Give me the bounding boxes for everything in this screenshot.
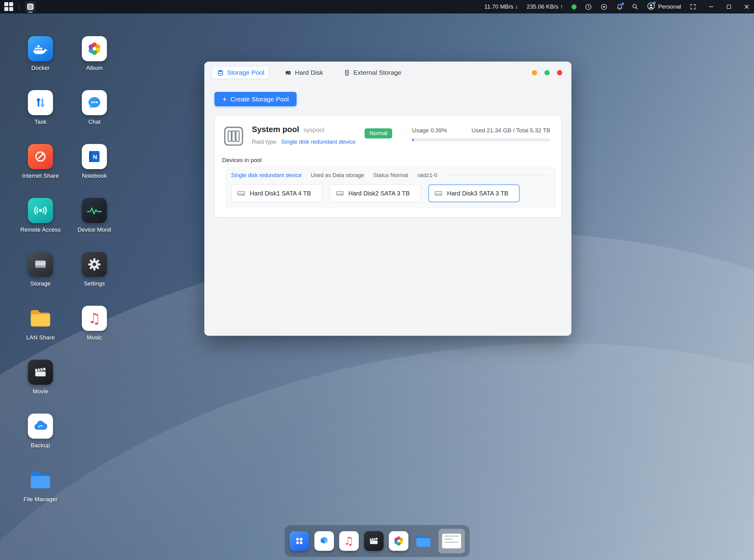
desktop-icon-label: Notebook xyxy=(82,173,106,179)
search-button[interactable] xyxy=(632,3,638,10)
desktop-icon-backup[interactable]: Backup xyxy=(14,412,67,466)
top-taskbar: | 11.70 MB/s↓ 235.06 KB/s↑ xyxy=(0,0,754,14)
vdev-raid-link[interactable]: Single disk redundant device xyxy=(231,172,301,179)
dock-movie[interactable] xyxy=(364,531,383,551)
start-grid-square xyxy=(9,2,13,6)
settings-gear-icon xyxy=(82,252,107,277)
internet-share-icon xyxy=(28,144,53,169)
shell-maximize-button[interactable] xyxy=(726,4,732,10)
desktop-icon-remote-access[interactable]: Remote Access xyxy=(14,196,67,250)
desktop-icon-internet-share[interactable]: Internet Share xyxy=(14,142,67,196)
desktop-icon-docker[interactable]: Docker xyxy=(14,34,67,88)
file-manager-folder-icon xyxy=(28,467,53,493)
app-launcher-icon xyxy=(293,535,305,547)
desktop-icon-storage[interactable]: Storage xyxy=(14,250,67,304)
down-arrow-icon: ↓ xyxy=(515,3,518,10)
desktop-icon-label: Movie xyxy=(33,388,48,395)
desktop-icon-label: Device Monit xyxy=(78,226,111,233)
music-note-icon: ♫ xyxy=(82,306,107,331)
dock-window-preview[interactable] xyxy=(438,529,465,553)
desktop-icon-notebook[interactable]: N Notebook xyxy=(67,142,121,196)
up-arrow-icon: ↑ xyxy=(560,3,563,10)
vdev-usage-label: Used as Data storage xyxy=(311,172,364,179)
docker-whale-icon xyxy=(28,36,53,61)
desktop-icon-music[interactable]: ♫ Music xyxy=(67,304,121,358)
tab-storage-pool[interactable]: Storage Pool xyxy=(212,66,269,79)
devices-in-pool-title: Devices in pool xyxy=(222,157,550,164)
album-flower-icon xyxy=(393,535,405,547)
avatar-status-badge xyxy=(653,2,656,4)
thumbnail-line xyxy=(444,536,459,537)
taskbar-storage-app[interactable] xyxy=(25,1,36,12)
desktop-icon-label: Docker xyxy=(31,65,49,72)
desktop-icon-chat[interactable]: Chat xyxy=(67,88,121,142)
disk-icon xyxy=(237,189,246,198)
desktop-icon-label: Backup xyxy=(31,442,50,449)
storage-pool-card: System pool syspool Raid type Single dis… xyxy=(215,115,561,217)
pool-header: System pool syspool Raid type Single dis… xyxy=(222,125,550,148)
storage-app-window: Storage Pool Hard Disk External Storage xyxy=(204,62,571,336)
disk-chip-2[interactable]: Hard Disk2 SATA 3 TB xyxy=(330,184,421,202)
storage-drive-icon xyxy=(28,252,53,277)
tab-external-storage[interactable]: External Storage xyxy=(339,66,406,79)
disk-chip-label: Hard Disk3 SATA 3 TB xyxy=(447,190,508,197)
resource-monitor-icon[interactable] xyxy=(585,3,592,11)
pool-usage-block: Usage 0.39% Used 21.34 GB / Total 5.32 T… xyxy=(405,127,550,141)
desktop-icon-album[interactable]: Album xyxy=(67,34,121,88)
tab-label: Hard Disk xyxy=(295,69,323,76)
window-minimize-button[interactable] xyxy=(532,70,537,75)
desktop-icon-device-monitor[interactable]: Device Monit xyxy=(67,196,121,250)
vdev-status-label: Status Normal xyxy=(373,172,408,179)
window-header: Storage Pool Hard Disk External Storage xyxy=(204,62,571,84)
network-download-speed: 11.70 MB/s↓ xyxy=(484,3,518,10)
dock-file-manager[interactable] xyxy=(414,531,433,551)
desktop-icon-task[interactable]: Task xyxy=(14,88,67,142)
pool-titles: System pool syspool Raid type Single dis… xyxy=(252,125,356,145)
device-monitor-ecg-icon xyxy=(82,198,107,223)
chat-bubble-icon xyxy=(82,90,107,115)
fullscreen-icon xyxy=(690,3,696,10)
dock-app-center[interactable] xyxy=(314,531,334,551)
system-status-icon[interactable] xyxy=(572,5,576,9)
dock-music[interactable]: ♫ xyxy=(339,531,359,551)
pool-usage-fill xyxy=(412,138,414,141)
tab-label: External Storage xyxy=(354,69,401,76)
desktop-icon-file-manager[interactable]: File Manager xyxy=(14,466,67,520)
desktop-icon-label: Task xyxy=(34,119,46,125)
shell-close-button[interactable] xyxy=(743,4,750,10)
movie-clapper-icon xyxy=(368,535,380,547)
desktop-icon-movie[interactable]: Movie xyxy=(14,358,67,412)
shell-minimize-button[interactable] xyxy=(708,4,714,10)
start-menu-button[interactable] xyxy=(4,2,14,11)
vdev-name-label: raidz1-0 xyxy=(417,172,437,179)
fullscreen-button[interactable] xyxy=(690,3,696,10)
desktop-icon-label: Remote Access xyxy=(20,226,61,233)
desktop-icon-settings[interactable]: Settings xyxy=(67,250,121,304)
storage-pool-icon xyxy=(217,69,224,76)
tab-hard-disk[interactable]: Hard Disk xyxy=(280,66,328,79)
vdev-divider xyxy=(448,175,551,176)
disk-chip-row: Hard Disk1 SATA 4 TB Hard Disk2 SATA 3 T… xyxy=(231,184,551,202)
music-note-icon: ♫ xyxy=(344,536,354,546)
window-close-button[interactable] xyxy=(557,70,562,75)
notifications-button[interactable] xyxy=(616,3,623,11)
thumbnail-line xyxy=(444,539,453,540)
usage-percent-label: Usage 0.39% xyxy=(412,127,447,134)
window-maximize-button[interactable] xyxy=(544,70,550,75)
system-monitor-icon[interactable] xyxy=(600,3,608,11)
disk-chip-1[interactable]: Hard Disk1 SATA 4 TB xyxy=(231,184,322,202)
desktop-icon-grid: Docker Album Task xyxy=(14,34,121,520)
desktop-icon-lan-share[interactable]: LAN Share xyxy=(14,304,67,358)
user-account-button[interactable]: Personal xyxy=(647,2,681,12)
disk-chip-3[interactable]: Hard Disk3 SATA 3 TB xyxy=(428,184,520,202)
create-storage-pool-button[interactable]: + Create Storage Pool xyxy=(215,92,297,106)
disk-icon xyxy=(434,189,443,198)
running-app-indicator xyxy=(28,12,33,13)
dock-app-launcher[interactable] xyxy=(290,531,309,551)
desktop-icon-label: File Manager xyxy=(24,496,58,503)
dock-album[interactable] xyxy=(389,531,409,551)
lan-share-folder-icon xyxy=(28,306,53,331)
dock: ♫ xyxy=(285,525,470,557)
desktop-icon-label: Album xyxy=(86,65,103,72)
raid-type-link[interactable]: Single disk redundant device xyxy=(281,138,356,145)
